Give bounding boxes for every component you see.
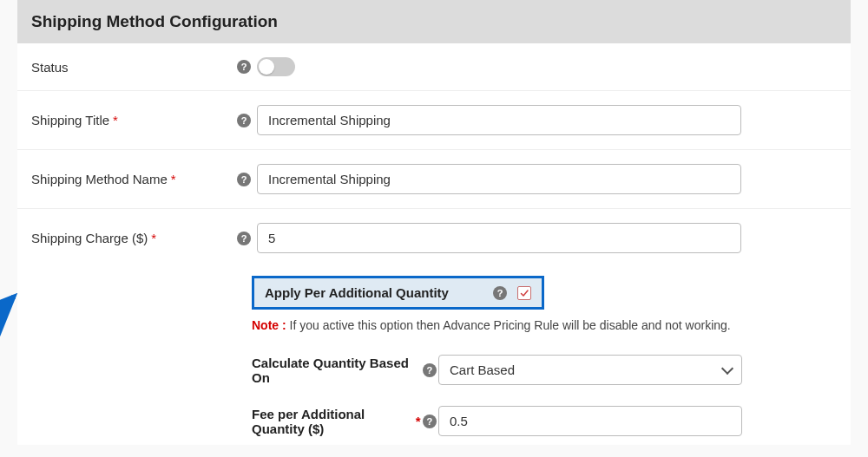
shipping-title-label: Shipping Title	[31, 113, 109, 127]
row-fee-per-qty: Fee per Additional Quantity ($) * ?	[252, 394, 742, 445]
svg-line-1	[0, 297, 14, 409]
help-icon[interactable]: ?	[493, 286, 507, 300]
apply-per-qty-label: Apply Per Additional Quantity	[265, 285, 493, 300]
help-icon[interactable]: ?	[237, 114, 251, 127]
row-method-name: Shipping Method Name * ?	[17, 150, 851, 209]
callout-arrow-icon	[0, 271, 38, 418]
calc-label: Calculate Quantity Based On	[252, 356, 421, 385]
checkmark-icon	[519, 288, 529, 298]
row-calc-based-on: Calculate Quantity Based On ? Cart Based	[252, 343, 742, 394]
help-icon[interactable]: ?	[237, 232, 251, 245]
shipping-title-input[interactable]	[257, 105, 741, 135]
required-marker: *	[171, 172, 176, 186]
note-line: Note : If you active this option then Ad…	[252, 318, 742, 332]
apply-per-qty-highlight: Apply Per Additional Quantity ?	[252, 276, 544, 310]
required-marker: *	[151, 231, 156, 245]
row-status: Status ?	[17, 43, 851, 91]
status-toggle[interactable]	[257, 57, 295, 76]
fee-per-qty-input[interactable]	[438, 406, 742, 436]
fee-label: Fee per Additional Quantity ($)	[252, 407, 412, 436]
calc-based-on-select[interactable]: Cart Based	[438, 355, 742, 385]
required-marker: *	[113, 113, 118, 127]
sub-block: Apply Per Additional Quantity ? Note : I…	[17, 276, 851, 445]
help-icon[interactable]: ?	[423, 363, 437, 377]
panel-title: Shipping Method Configuration	[17, 0, 851, 43]
shipping-charge-label: Shipping Charge ($)	[31, 231, 148, 245]
row-shipping-title: Shipping Title * ?	[17, 91, 851, 150]
help-icon[interactable]: ?	[237, 60, 251, 74]
method-name-input[interactable]	[257, 164, 741, 194]
status-label: Status	[31, 60, 231, 75]
note-label: Note :	[252, 318, 286, 332]
note-text: If you active this option then Advance P…	[286, 318, 731, 332]
apply-per-qty-checkbox[interactable]	[517, 286, 531, 300]
row-shipping-charge: Shipping Charge ($) * ?	[17, 209, 851, 267]
method-name-label: Shipping Method Name	[31, 172, 168, 186]
help-icon[interactable]: ?	[423, 415, 437, 428]
help-icon[interactable]: ?	[237, 173, 251, 186]
shipping-charge-input[interactable]	[257, 223, 741, 253]
